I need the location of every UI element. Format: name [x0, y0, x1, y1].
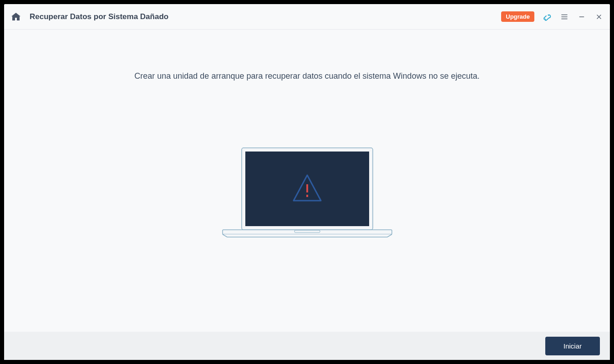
header-bar: Recuperar Datos por Sistema Dañado Upgra…: [4, 4, 610, 30]
svg-point-0: [548, 15, 549, 15]
minimize-icon[interactable]: [577, 12, 586, 21]
upgrade-button[interactable]: Upgrade: [501, 11, 534, 22]
page-title: Recuperar Datos por Sistema Dañado: [30, 12, 501, 21]
header-controls: Upgrade: [501, 11, 604, 22]
svg-rect-3: [306, 184, 308, 192]
hamburger-menu-icon[interactable]: [560, 12, 569, 21]
app-window: Recuperar Datos por Sistema Dañado Upgra…: [4, 4, 610, 360]
crashed-laptop-illustration: [222, 147, 393, 240]
start-button[interactable]: Iniciar: [545, 337, 600, 355]
key-icon[interactable]: [543, 12, 552, 21]
description-text: Crear una unidad de arranque para recupe…: [134, 71, 479, 81]
close-icon[interactable]: [594, 12, 604, 21]
footer-bar: Iniciar: [4, 332, 610, 360]
home-icon[interactable]: [10, 11, 21, 22]
svg-rect-4: [306, 195, 308, 197]
main-content: Crear una unidad de arranque para recupe…: [4, 30, 610, 332]
